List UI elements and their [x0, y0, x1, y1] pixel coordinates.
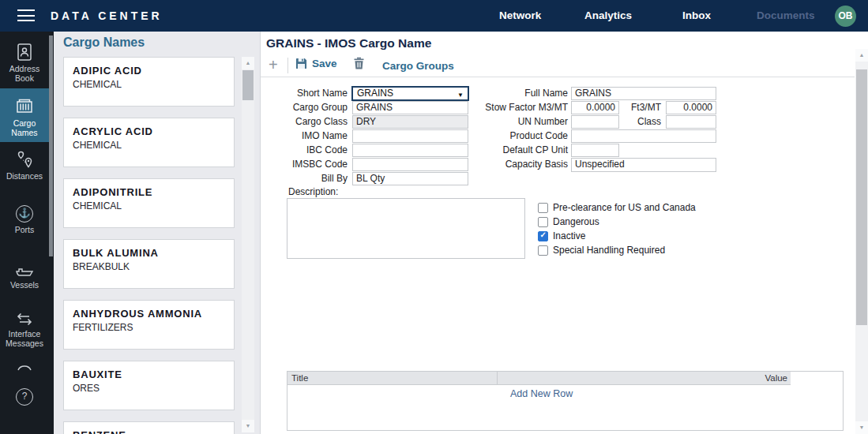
checkbox[interactable]: [538, 231, 548, 241]
cargo-name: BULK ALUMINA: [73, 247, 225, 259]
cargo-groups-link[interactable]: Cargo Groups: [382, 60, 454, 72]
save-button[interactable]: Save: [295, 58, 337, 69]
cargo-names-panel: Cargo Names ADIPIC ACID CHEMICAL ACRYLIC…: [54, 32, 261, 434]
description-label: Description:: [288, 186, 338, 197]
scroll-up-icon[interactable]: ▲: [855, 49, 868, 62]
title-value-table: Title Value Add New Row: [287, 371, 844, 431]
un-number-field[interactable]: [571, 115, 619, 129]
sidebar-item-label: Ports: [2, 225, 47, 234]
toolbar-separator: [287, 58, 288, 73]
sidebar-item-interface-messages[interactable]: Interface Messages: [0, 312, 49, 348]
checkbox-label: Special Handling Required: [553, 245, 665, 256]
imsbc-code-label: IMSBC Code: [261, 158, 348, 171]
checkbox-label: Inactive: [553, 230, 585, 241]
scroll-down-icon[interactable]: ▼: [855, 421, 868, 434]
list-scrollbar-thumb[interactable]: [242, 70, 254, 100]
main-content: GRAINS - IMOS Cargo Name + Save Cargo Gr…: [261, 32, 855, 434]
save-label: Save: [312, 58, 337, 69]
nav-analytics[interactable]: Analytics: [584, 0, 632, 32]
stow-factor-label: Stow Factor M3/MT: [473, 101, 568, 114]
sidebar-item-cargo-names[interactable]: Cargo Names: [0, 88, 49, 142]
short-name-value: GRAINS: [357, 88, 393, 99]
sidebar-item-distances[interactable]: Distances: [0, 150, 49, 181]
default-cp-unit-field[interactable]: [571, 144, 619, 157]
class-label: Class: [620, 115, 661, 129]
checkbox[interactable]: [538, 217, 548, 227]
list-scrollbar[interactable]: ▲ ▼: [242, 57, 254, 432]
avatar[interactable]: OB: [835, 6, 856, 27]
ft3-mt-label: Ft3/MT: [620, 101, 661, 114]
list-item[interactable]: ADIPONITRILE CHEMICAL: [63, 178, 235, 228]
cargo-group: CHEMICAL: [73, 200, 225, 211]
column-header-title: Title: [291, 372, 308, 384]
ibc-code-field[interactable]: [352, 144, 468, 157]
address-book-icon: [14, 43, 35, 62]
full-name-field[interactable]: GRAINS: [571, 87, 716, 100]
list-item[interactable]: ADIPIC ACID CHEMICAL: [63, 57, 235, 107]
default-cp-unit-label: Default CP Unit: [473, 144, 568, 157]
product-code-field[interactable]: [571, 129, 716, 143]
short-name-select[interactable]: GRAINS ▼: [351, 86, 469, 101]
class-field[interactable]: [666, 115, 716, 129]
menu-icon[interactable]: [17, 9, 35, 21]
list-item[interactable]: BENZENE: [63, 421, 235, 434]
distances-icon: [15, 150, 34, 169]
sidebar-item-address-book[interactable]: Address Book: [0, 43, 49, 83]
imsbc-code-field[interactable]: [352, 158, 468, 171]
add-button[interactable]: +: [269, 56, 278, 73]
list-item[interactable]: ANHYDROUS AMMONIA FERTILIZERS: [63, 300, 235, 350]
chevron-arc-icon: [17, 363, 32, 371]
nav-network[interactable]: Network: [499, 0, 541, 32]
checkbox[interactable]: [538, 203, 548, 213]
sidebar-item-label: Distances: [2, 171, 47, 181]
save-icon: [295, 58, 307, 69]
add-new-row-link[interactable]: Add New Row: [510, 388, 573, 399]
checkbox-row-inactive: Inactive: [538, 230, 585, 241]
checkbox[interactable]: [538, 245, 548, 256]
main-scrollbar[interactable]: ▲ ▼: [855, 49, 868, 434]
list-item[interactable]: ACRYLIC ACID CHEMICAL: [63, 118, 235, 167]
main-scrollbar-thumb[interactable]: [856, 69, 867, 325]
cargo-group: ORES: [73, 383, 225, 394]
product-code-label: Product Code: [473, 129, 568, 143]
nav-inbox[interactable]: Inbox: [682, 0, 711, 32]
scroll-up-icon[interactable]: ▲: [242, 57, 254, 69]
sidebar-scrollbar-thumb[interactable]: [49, 36, 53, 256]
cargo-group: FERTILIZERS: [73, 322, 225, 333]
cargo-group-field[interactable]: GRAINS: [352, 101, 468, 114]
list-item[interactable]: BULK ALUMINA BREAKBULK: [63, 239, 235, 289]
scroll-down-icon[interactable]: ▼: [242, 420, 254, 432]
sidebar-item-label: Interface Messages: [2, 329, 47, 348]
delete-button[interactable]: [354, 57, 364, 73]
short-name-label: Short Name: [261, 87, 348, 100]
bill-by-label: Bill By: [261, 172, 348, 185]
capacity-basis-field[interactable]: Unspecified: [571, 158, 716, 172]
table-header: Title Value: [287, 372, 791, 385]
sidebar-item-vessels[interactable]: Vessels: [0, 264, 49, 290]
description-textarea[interactable]: [287, 198, 525, 259]
cargo-name: ADIPIC ACID: [73, 65, 225, 77]
column-header-value: Value: [765, 372, 787, 384]
checkbox-row-dangerous: Dangerous: [538, 216, 599, 227]
stow-factor-ft3-field[interactable]: 0.0000: [666, 101, 716, 114]
sidebar-item-ports[interactable]: ⚓ Ports: [0, 205, 49, 234]
list-item[interactable]: BAUXITE ORES: [63, 361, 235, 410]
stow-factor-m3-field[interactable]: 0.0000: [571, 101, 619, 114]
cargo-group: CHEMICAL: [73, 79, 225, 90]
sidebar-item-help[interactable]: ?: [0, 388, 49, 406]
cargo-group: CHEMICAL: [73, 140, 225, 151]
ibc-code-label: IBC Code: [261, 144, 348, 157]
cargo-class-label: Cargo Class: [261, 115, 348, 129]
trash-icon: [354, 57, 364, 69]
checkbox-label: Pre-clearance for US and Canada: [553, 202, 696, 213]
cargo-group-label: Cargo Group: [261, 101, 348, 114]
interface-messages-icon: [15, 312, 34, 327]
checkbox-label: Dangerous: [553, 216, 599, 227]
app-title: DATA CENTER: [51, 0, 163, 32]
imo-name-field[interactable]: [352, 129, 468, 143]
toolbar-divider: [261, 77, 855, 77]
capacity-basis-label: Capacity Basis: [473, 158, 568, 171]
cargo-names-icon: [14, 97, 35, 116]
full-name-label: Full Name: [473, 87, 568, 100]
bill-by-field[interactable]: BL Qty: [352, 172, 468, 185]
